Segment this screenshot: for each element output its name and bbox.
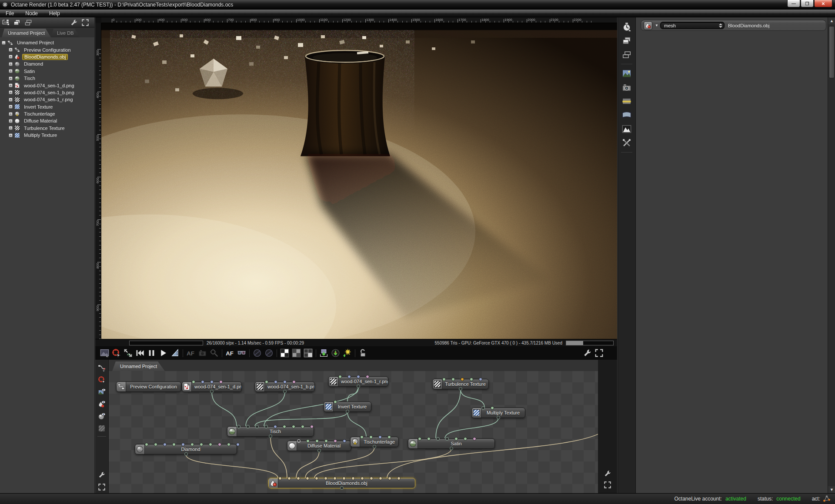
node-port[interactable] [445, 437, 449, 441]
menu-item-file[interactable]: File [0, 10, 20, 17]
node-wood_r[interactable]: wood-074_sen-1_r.png [328, 376, 388, 387]
node-output-port[interactable] [373, 445, 376, 448]
tree-item-preview-configuration[interactable]: +Preview Configuration [2, 46, 94, 53]
node-port[interactable] [274, 425, 277, 428]
node-port[interactable] [464, 437, 467, 441]
sunexp-icon[interactable] [343, 348, 352, 358]
expand-icon[interactable] [98, 483, 106, 491]
wrench-icon[interactable] [604, 470, 611, 477]
node-invert[interactable]: Invert Texture [324, 401, 371, 412]
node-port[interactable] [451, 378, 455, 381]
node-port[interactable] [306, 477, 309, 480]
layers-icon[interactable] [13, 19, 21, 27]
menu-item-help[interactable]: Help [43, 10, 66, 17]
expand-icon[interactable] [81, 19, 89, 27]
node-wood_d[interactable]: wood-074_sen-1_d.png [182, 381, 242, 392]
node-port[interactable] [172, 443, 176, 446]
expand-toggle[interactable]: + [9, 126, 13, 130]
node-port[interactable] [338, 375, 342, 378]
tree-icon[interactable] [2, 19, 10, 27]
BloodDiamonds.obj-type-dropdown[interactable]: mesh [660, 22, 725, 29]
target-icon[interactable] [98, 376, 106, 384]
tree-item-blooddiamonds-obj[interactable]: +BloodDiamonds.obj [2, 53, 94, 60]
glasses-icon[interactable] [237, 348, 246, 358]
lock-icon[interactable] [358, 348, 367, 358]
tex-dim-icon[interactable] [98, 424, 106, 432]
histo-icon[interactable] [622, 124, 631, 134]
tree-item-wood-074-sen-1-r-png[interactable]: +wood-074_sen-1_r.png [2, 96, 94, 103]
menu-item-node[interactable]: Node [20, 10, 43, 17]
node-port[interactable] [218, 443, 221, 446]
node-port[interactable] [181, 443, 185, 446]
node-port[interactable] [210, 380, 214, 384]
tree-item-satin[interactable]: +Satin [2, 68, 94, 75]
tree-item-diffuse-material[interactable]: +Diffuse Material [2, 117, 94, 124]
rew-icon[interactable] [135, 348, 144, 358]
titlebar[interactable]: Octane Render (1.0 beta 2.47 (PMC TEST))… [0, 0, 835, 10]
node-output-port[interactable] [317, 449, 321, 452]
node-output-port[interactable] [283, 390, 287, 393]
checker2-icon[interactable] [292, 348, 301, 358]
layers2-icon[interactable] [24, 19, 32, 27]
node-port[interactable] [201, 380, 204, 384]
node-port[interactable] [378, 435, 382, 439]
node-bd[interactable]: BloodDiamonds.obj [268, 478, 415, 488]
minimize-button[interactable]: — [787, 0, 800, 7]
node-port[interactable] [283, 425, 286, 428]
node-port[interactable] [334, 439, 337, 443]
pause-icon[interactable] [147, 348, 156, 358]
node-output-port[interactable] [340, 486, 344, 490]
tree-item-diamond[interactable]: +Diamond [2, 60, 94, 67]
expand-toggle[interactable]: + [9, 90, 13, 94]
tree-item-invert-texture[interactable]: +Invert Texture [2, 103, 94, 110]
node-output-port[interactable] [184, 452, 188, 456]
node-output-port[interactable] [269, 434, 272, 438]
node-output-port[interactable] [357, 385, 360, 388]
img-view-icon[interactable] [100, 348, 109, 358]
node-port[interactable] [265, 380, 268, 384]
layers-icon[interactable] [622, 36, 631, 46]
node-port[interactable] [209, 443, 212, 446]
node-port[interactable] [442, 378, 446, 381]
tools-icon[interactable] [622, 138, 631, 148]
tree-item-multiply-texture[interactable]: +Multiply Texture [2, 132, 94, 139]
expand-toggle[interactable]: + [9, 48, 13, 52]
collapse-toggle[interactable]: - [2, 41, 6, 45]
node-port[interactable] [297, 439, 301, 443]
node-port[interactable] [278, 477, 282, 480]
export-icon[interactable] [319, 348, 328, 358]
cam-dim-icon[interactable] [198, 348, 207, 358]
node-port[interactable] [357, 375, 360, 378]
node-tischu[interactable]: Tischunterlage [350, 437, 399, 447]
node-port[interactable] [454, 437, 458, 441]
expand-toggle[interactable]: + [9, 55, 13, 59]
node-port[interactable] [387, 435, 391, 439]
tree-item-tisch[interactable]: +Tisch [2, 75, 94, 82]
node-editor-tab[interactable]: Unnamed Project [112, 361, 165, 371]
node-port[interactable] [427, 437, 431, 441]
node-port[interactable] [274, 380, 277, 384]
node-port[interactable] [379, 477, 382, 480]
node-diffuse[interactable]: Diffuse Material [287, 441, 351, 451]
scroll-up-arrow[interactable]: ▲ [828, 17, 835, 24]
sphere-dark-icon[interactable] [253, 348, 262, 358]
expand-toggle[interactable]: + [9, 98, 13, 102]
node-port[interactable] [255, 425, 259, 428]
node-port[interactable] [347, 375, 351, 378]
cable-icon[interactable] [98, 364, 106, 371]
node-port[interactable] [297, 477, 300, 480]
node-multiply[interactable]: Multiply Texture [471, 408, 525, 418]
node-output-port[interactable] [346, 410, 349, 413]
node-port[interactable] [292, 425, 295, 428]
wrench-icon[interactable] [583, 348, 592, 358]
wrench-icon[interactable] [98, 471, 106, 479]
node-port[interactable] [200, 443, 203, 446]
expand-toggle[interactable]: + [9, 69, 13, 73]
node-port[interactable] [370, 477, 373, 480]
pick-dim-icon[interactable] [210, 348, 219, 358]
node-port[interactable] [264, 425, 268, 428]
node-port[interactable] [310, 425, 314, 428]
node-turb[interactable]: Turbulence Texture [432, 379, 489, 389]
node-diamond[interactable]: Diamond [135, 444, 237, 454]
render-image[interactable] [101, 23, 617, 339]
